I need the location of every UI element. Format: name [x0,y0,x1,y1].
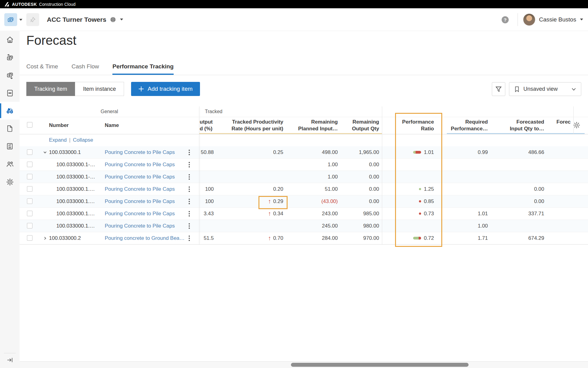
horizontal-scrollbar-thumb[interactable] [291,363,469,367]
tab-performance-tracking[interactable]: Performance Tracking [112,63,174,74]
sidebar-item-home[interactable] [0,31,20,48]
row-number: 100.033000.2 [49,232,81,244]
cell-productivity: ↑0.70 [216,232,283,244]
cell-output-tracked: 3.43 [167,208,214,220]
row-menu-icon[interactable] [188,223,190,229]
row-checkbox[interactable] [27,174,32,179]
cell-forecasted-input-qty: 0.00 [510,183,544,195]
sidebar-item-settings[interactable] [0,173,20,191]
cell-remaining-output-qty: 0.00 [344,183,379,195]
ratio-indicator [413,151,421,154]
trend-up-icon: ↑ [268,208,271,220]
select-all-checkbox[interactable] [27,122,32,128]
filter-icon [495,86,502,93]
settings-icon [6,178,14,186]
members-icon [6,160,14,168]
app-switcher-chevron-icon[interactable] [19,18,23,21]
col-header-output-tracked[interactable]: utputd (%) [200,119,213,132]
page-title: Forecast [26,33,76,48]
col-header-required-performance[interactable]: RequiredPerformance… [448,119,488,132]
user-menu[interactable]: Cassie Bustos [523,8,583,31]
filter-button[interactable] [492,82,505,96]
app-switcher-button[interactable] [4,13,17,26]
col-header-name[interactable]: Name [105,122,119,129]
col-header-forecast-clipped[interactable]: Forec [556,119,574,125]
row-checkbox[interactable] [27,235,32,241]
bookmark-icon [514,86,520,92]
cell-performance-ratio: 0.73 [393,208,434,220]
tab-bar: Cost & Time Cash Flow Performance Tracki… [26,63,174,74]
sidebar-item-card-out[interactable] [0,66,20,84]
row-checkbox[interactable] [27,186,32,192]
row-checkbox[interactable] [27,223,32,228]
ratio-indicator [419,213,421,215]
cell-remaining-planned-input: 498.00 [295,146,338,158]
cell-productivity: ↑0.29 [216,195,283,207]
cell-required-performance: 1.71 [458,232,488,244]
sidebar-item-members[interactable] [0,155,20,173]
expand-row-icon[interactable] [43,236,47,240]
expand-all-link[interactable]: Expand [49,137,67,143]
table-row: 100.033000.1Pouring Concrete to Pile Cap… [20,146,588,159]
row-checkbox[interactable] [27,162,32,167]
help-icon[interactable]: ? [502,16,509,23]
row-menu-icon[interactable] [188,161,190,168]
tab-cash-flow[interactable]: Cash Flow [71,63,99,74]
table-row: 100.033000.1-…Pouring Concrete to Pile C… [20,159,588,171]
project-chevron-icon[interactable] [120,18,123,21]
view-mode-toggle: Tracking item Item instance [26,82,124,96]
row-name-link[interactable]: Pouring Concrete to Pile Caps [105,220,187,232]
cell-output-tracked: 51.5 [167,232,214,244]
row-number: 100.033000.1.… [56,220,95,232]
add-tracking-item-button[interactable]: Add tracking item [131,82,200,96]
column-settings-gear-icon[interactable] [573,121,581,129]
cell-performance-ratio: 1.25 [393,183,434,195]
collapse-all-link[interactable]: Collapse [73,137,93,143]
table-row: 100.033000.1.…Pouring Concrete to Pile C… [20,183,588,195]
col-header-productivity[interactable]: Tracked ProductivityRate (Hours per unit… [222,119,283,132]
col-header-forecasted-input[interactable]: ForecastedInput Qty to… [497,119,544,132]
document-transfer-icon [6,89,14,97]
cell-forecasted-input-qty: 0.00 [510,195,544,207]
col-header-number[interactable]: Number [49,122,69,129]
sidebar-item-card-in[interactable] [0,48,20,66]
cell-forecasted-input-qty: 674.29 [510,232,544,244]
row-checkbox[interactable] [27,198,32,204]
toggle-item-instance[interactable]: Item instance [75,82,124,96]
cell-productivity: ↑0.34 [216,208,283,220]
row-number: 100.033000.1.… [56,195,95,207]
toggle-tracking-item[interactable]: Tracking item [26,82,75,96]
sidebar-item-documents[interactable] [0,120,20,137]
cell-required-performance: 1.00 [458,220,488,232]
row-checkbox[interactable] [27,149,32,155]
project-selector[interactable]: ACC Turner Towers [47,8,123,31]
row-menu-icon[interactable] [188,174,190,180]
sidebar-item-transfer[interactable] [0,84,20,102]
report-icon [6,142,14,150]
cell-productivity: 0.25 [216,146,283,158]
sidebar-item-forecast[interactable] [0,102,20,120]
row-name-link[interactable]: Pouring Concrete to Pile Caps [105,159,187,171]
saved-view-dropdown[interactable]: Unsaved view [509,82,581,96]
link-separator: | [67,137,73,143]
table-row: 100.033000.1.…Pouring Concrete to Pile C… [20,208,588,220]
row-name-link[interactable]: Pouring Concrete to Pile Caps [105,171,187,183]
pin-tool-button[interactable] [26,13,39,26]
collapse-sidebar-icon[interactable] [6,356,13,364]
collapse-row-icon[interactable] [43,150,47,155]
add-button-label: Add tracking item [148,86,193,92]
sidebar-item-reports[interactable] [0,137,20,155]
cell-remaining-output-qty: 0.00 [344,159,379,171]
col-header-performance-ratio[interactable]: PerformanceRatio [396,119,434,132]
col-header-remaining-output[interactable]: RemainingOutput Qty [332,119,379,132]
group-separator [20,117,588,117]
row-checkbox[interactable] [27,211,32,216]
tab-cost-time[interactable]: Cost & Time [26,63,58,74]
col-header-remaining-input[interactable]: RemainingPlanned Input… [289,119,338,132]
globe-icon [110,17,116,23]
card-arrow-in-icon [6,53,14,62]
autodesk-logo [4,2,10,7]
ratio-indicator [419,188,421,190]
cell-remaining-output-qty: 0.00 [344,195,379,207]
document-icon [6,125,14,132]
